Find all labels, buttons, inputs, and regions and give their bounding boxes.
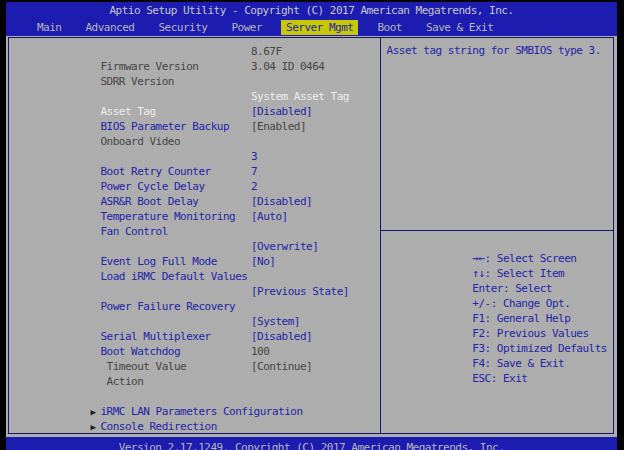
setting-row[interactable]: Fan Control [Auto] — [9, 209, 380, 224]
content-area: Firmware Version 8.67F SDRR Version 3.04… — [6, 36, 617, 437]
setting-value: [Enabled] — [251, 119, 306, 134]
setting-row — [9, 299, 380, 314]
hotkey-action: Select — [515, 282, 552, 295]
hotkey-legend: →←: Select Screen ↑↓: Select Item Enter:… — [381, 231, 613, 433]
setting-row: Firmware Version 8.67F — [9, 44, 380, 59]
setting-value: 2 — [251, 179, 257, 194]
version-text: Version 2.17.1249. Copyright (C) 2017 Am… — [6, 437, 617, 450]
setting-row — [9, 74, 380, 89]
setting-row[interactable]: Power Cycle Delay 7 — [9, 164, 380, 179]
hotkey-key: F3: — [472, 342, 490, 355]
setting-value: 100 — [251, 344, 269, 359]
setting-row — [9, 374, 380, 389]
setting-value: [Disabled] — [251, 329, 312, 344]
hotkey-action: General Help — [497, 312, 570, 325]
setting-row[interactable]: ▶Console Redirection — [9, 404, 380, 419]
menu-tab[interactable]: Main — [32, 20, 67, 35]
panel-outline: Firmware Version 8.67F SDRR Version 3.04… — [8, 37, 614, 434]
setting-label: Console Redirection — [100, 420, 216, 433]
setting-value: 3.04 ID 0464 — [251, 59, 324, 74]
hotkey-key: F1: — [472, 312, 490, 325]
hotkey-key: ↑↓: — [472, 267, 490, 280]
setting-row[interactable]: BIOS Parameter Backup [Disabled] — [9, 104, 380, 119]
setting-row: Timeout Value 100 — [9, 344, 380, 359]
hotkey-key: F2: — [472, 327, 490, 340]
setting-row[interactable]: Asset Tag System Asset Tag — [9, 89, 380, 104]
help-pane: Asset tag string for SMBIOS type 3. →←: … — [381, 38, 613, 433]
setting-value: [Disabled] — [251, 104, 312, 119]
hotkey-action: Select Screen — [497, 252, 577, 265]
submenu-arrow-icon: ▶ — [90, 420, 100, 433]
setting-value: [Previous State] — [251, 284, 349, 299]
app-title: Aptio Setup Utility - Copyright (C) 2017… — [109, 4, 513, 17]
hotkey-action: Save & Exit — [497, 357, 564, 370]
title-bar: Aptio Setup Utility - Copyright (C) 2017… — [6, 2, 617, 18]
setting-value: 7 — [251, 164, 257, 179]
setting-row[interactable]: Load iRMC Default Values [No] — [9, 254, 380, 269]
setting-row: SDRR Version 3.04 ID 0464 — [9, 59, 380, 74]
hotkey-key: Enter: — [472, 282, 509, 295]
menu-bar: Main Advanced Security Power Server Mgmt… — [6, 18, 617, 36]
setting-value: [No] — [251, 254, 276, 269]
setting-row[interactable]: Serial Multiplexer [System] — [9, 314, 380, 329]
setting-value: [System] — [251, 314, 300, 329]
setting-row: Onboard Video [Enabled] — [9, 119, 380, 134]
hotkey-key: +/-: — [472, 297, 497, 310]
setting-row — [9, 269, 380, 284]
setting-row — [9, 224, 380, 239]
menu-tab[interactable]: Save & Exit — [421, 20, 498, 35]
hotkey-action: Optimized Defaults — [497, 342, 607, 355]
menu-tab[interactable]: Power — [226, 20, 267, 35]
setting-row[interactable]: ASR&R Boot Delay 2 — [9, 179, 380, 194]
hotkey-action: Select Item — [497, 267, 564, 280]
hotkey-key: ESC: — [472, 372, 497, 385]
setting-value: [Disabled] — [251, 194, 312, 209]
setting-row[interactable]: Power Failure Recovery [Previous State] — [9, 284, 380, 299]
hotkey-key: F4: — [472, 357, 490, 370]
menu-tab[interactable]: Security — [153, 20, 212, 35]
settings-pane: Firmware Version 8.67F SDRR Version 3.04… — [9, 38, 381, 433]
menu-tab[interactable]: Server Mgmt — [281, 20, 358, 35]
setting-row[interactable]: ▶iRMC LAN Parameters Configuration — [9, 389, 380, 404]
bios-screen: Aptio Setup Utility - Copyright (C) 2017… — [6, 2, 617, 450]
footer-bar: Version 2.17.1249. Copyright (C) 2017 Am… — [6, 437, 617, 450]
menu-tab[interactable]: Advanced — [81, 20, 140, 35]
hotkey-action: Change Opt. — [503, 297, 570, 310]
hotkey-key: →←: — [472, 252, 490, 265]
setting-row[interactable]: Temperature Monitoring [Disabled] — [9, 194, 380, 209]
setting-value: System Asset Tag — [251, 89, 349, 104]
setting-value: [Continue] — [251, 359, 312, 374]
setting-row — [9, 134, 380, 149]
setting-value: 3 — [251, 149, 257, 164]
setting-row[interactable]: Boot Retry Counter 3 — [9, 149, 380, 164]
setting-row[interactable]: Boot Watchdog [Disabled] — [9, 329, 380, 344]
hotkey-row: →←: Select Screen — [387, 236, 607, 251]
setting-value: 8.67F — [251, 44, 282, 59]
help-description: Asset tag string for SMBIOS type 3. — [381, 38, 613, 231]
setting-value: [Auto] — [251, 209, 288, 224]
setting-row: Action [Continue] — [9, 359, 380, 374]
setting-value: [Overwrite] — [251, 239, 318, 254]
hotkey-action: Previous Values — [497, 327, 589, 340]
setting-row[interactable]: Event Log Full Mode [Overwrite] — [9, 239, 380, 254]
menu-tab[interactable]: Boot — [372, 20, 407, 35]
hotkey-action: Exit — [503, 372, 528, 385]
